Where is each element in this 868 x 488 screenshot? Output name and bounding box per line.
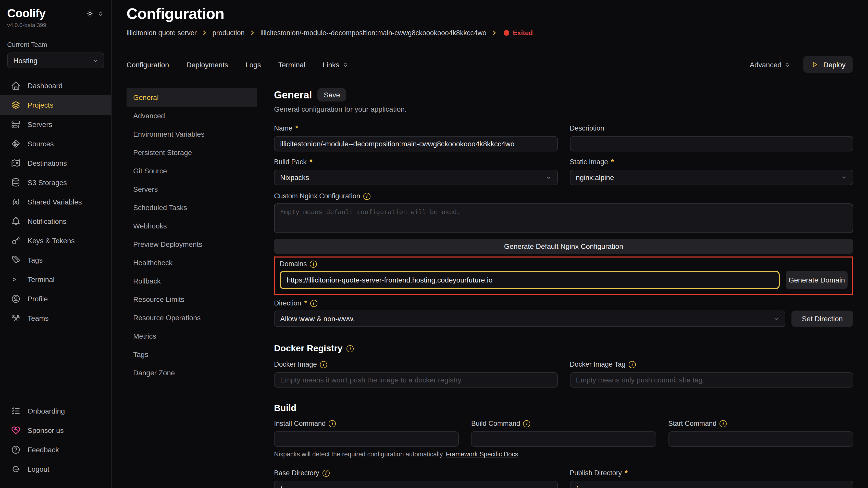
info-icon[interactable]: i — [363, 193, 370, 200]
chevron-down-icon — [545, 174, 552, 181]
direction-label: Direction * i — [274, 299, 853, 307]
info-icon[interactable]: i — [310, 300, 317, 307]
sidebar-item-label: Onboarding — [28, 407, 65, 415]
breadcrumb-application[interactable]: illicitestonion/-module--decomposition:m… — [260, 29, 486, 37]
sidebar-item-label: Shared Variables — [28, 198, 82, 206]
tab-links[interactable]: Links — [323, 60, 349, 69]
domains-input[interactable] — [280, 271, 780, 289]
breadcrumb-project[interactable]: illicitonion quote server — [127, 29, 197, 37]
sidebar-item-teams[interactable]: Teams — [0, 308, 111, 328]
subnav-environment-variables[interactable]: Environment Variables — [127, 125, 257, 143]
sidebar-item-projects[interactable]: Projects — [0, 95, 111, 115]
subnav-metrics[interactable]: Metrics — [127, 327, 257, 345]
custom-nginx-label: Custom Nginx Configuration i — [274, 192, 853, 200]
subnav-git-source[interactable]: Git Source — [127, 162, 257, 180]
direction-select[interactable]: Allow www & non-www. — [274, 311, 785, 327]
sidebar-item-label: Destinations — [28, 159, 67, 167]
sidebar-item-label: Projects — [28, 101, 53, 109]
build-pack-select[interactable]: Nixpacks — [274, 170, 557, 185]
generate-nginx-button[interactable]: Generate Default Nginx Configuration — [274, 239, 853, 254]
tab-logs[interactable]: Logs — [245, 60, 261, 69]
deploy-button[interactable]: Deploy — [803, 56, 853, 73]
section-subtitle: General configuration for your applicati… — [274, 105, 853, 113]
sidebar-item-notifications[interactable]: Notifications — [0, 212, 111, 231]
tab-terminal[interactable]: Terminal — [278, 60, 305, 69]
sidebar-item-tags[interactable]: Tags — [0, 250, 111, 270]
nixpacks-note: Nixpacks will detect the required config… — [274, 451, 853, 458]
home-icon — [11, 80, 21, 91]
docker-image-input[interactable] — [274, 372, 557, 388]
base-directory-input[interactable] — [274, 481, 557, 488]
framework-docs-link[interactable]: Framework Specific Docs — [446, 451, 518, 458]
subnav-tags[interactable]: Tags — [127, 345, 257, 364]
sidebar-item-label: Servers — [28, 120, 52, 129]
sidebar-item-feedback[interactable]: Feedback — [0, 440, 111, 459]
bell-icon — [11, 216, 21, 226]
subnav-rollback[interactable]: Rollback — [127, 272, 257, 290]
tab-links-label: Links — [323, 60, 339, 69]
tab-deployments[interactable]: Deployments — [187, 60, 228, 69]
subnav-resource-operations[interactable]: Resource Operations — [127, 308, 257, 327]
info-icon[interactable]: i — [310, 260, 317, 267]
sidebar-item-sponsor-us[interactable]: Sponsor us — [0, 421, 111, 440]
sidebar-item-sources[interactable]: Sources — [0, 134, 111, 154]
domains-label: Domains i — [280, 260, 847, 268]
team-select[interactable]: Hosting — [7, 53, 104, 68]
set-direction-button[interactable]: Set Direction — [792, 311, 853, 327]
subnav-persistent-storage[interactable]: Persistent Storage — [127, 143, 257, 162]
subnav-scheduled-tasks[interactable]: Scheduled Tasks — [127, 198, 257, 217]
info-icon[interactable]: i — [346, 345, 353, 352]
status-label: Exited — [513, 29, 533, 37]
subnav-danger-zone[interactable]: Danger Zone — [127, 364, 257, 382]
advanced-menu[interactable]: Advanced — [750, 60, 791, 69]
subnav-general[interactable]: General — [127, 88, 257, 106]
sidebar-item-profile[interactable]: Profile — [0, 289, 111, 308]
tab-configuration[interactable]: Configuration — [127, 60, 169, 69]
sidebar-item-destinations[interactable]: Destinations — [0, 154, 111, 173]
required-mark: * — [304, 299, 307, 307]
sidebar-item-label: Dashboard — [28, 82, 63, 90]
chevron-down-icon — [773, 315, 780, 322]
subnav-preview-deployments[interactable]: Preview Deployments — [127, 235, 257, 254]
sidebar-item-label: Feedback — [28, 446, 59, 454]
generate-domain-button[interactable]: Generate Domain — [786, 271, 847, 289]
save-button[interactable]: Save — [318, 88, 346, 101]
name-input[interactable] — [274, 136, 557, 152]
breadcrumb-environment[interactable]: production — [213, 29, 245, 37]
sidebar-item-logout[interactable]: Logout — [0, 459, 111, 479]
sidebar-item-terminal[interactable]: >_ Terminal — [0, 270, 111, 289]
subnav-servers[interactable]: Servers — [127, 180, 257, 198]
subnav-resource-limits[interactable]: Resource Limits — [127, 290, 257, 308]
required-mark: * — [611, 158, 614, 166]
info-icon[interactable]: i — [629, 361, 636, 368]
sidebar-item-keys-tokens[interactable]: Keys & Tokens — [0, 231, 111, 250]
static-image-select[interactable]: nginx:alpine — [570, 170, 853, 185]
sidebar: Coolify v4.0.0-beta.399 Current Team Hos… — [0, 0, 112, 488]
start-command-input[interactable] — [668, 431, 853, 447]
publish-directory-input[interactable] — [570, 481, 853, 488]
info-icon[interactable]: i — [320, 361, 327, 368]
info-icon[interactable]: i — [322, 469, 330, 477]
info-icon[interactable]: i — [523, 420, 530, 427]
sidebar-item-label: Profile — [28, 295, 48, 303]
sidebar-item-s3-storages[interactable]: S3 Storages — [0, 173, 111, 192]
sidebar-item-onboarding[interactable]: Onboarding — [0, 401, 111, 421]
sidebar-item-servers[interactable]: Servers — [0, 115, 111, 134]
build-command-input[interactable] — [471, 431, 656, 447]
docker-image-tag-input[interactable] — [570, 372, 853, 388]
users-group-icon — [11, 313, 21, 323]
sidebar-item-dashboard[interactable]: Dashboard — [0, 76, 111, 95]
sidebar-item-shared-variables[interactable]: (x) Shared Variables — [0, 192, 111, 212]
custom-nginx-textarea[interactable] — [274, 203, 853, 233]
info-icon[interactable]: i — [329, 420, 336, 427]
description-input[interactable] — [570, 136, 853, 152]
user-circle-icon — [11, 294, 21, 304]
theme-selector-icon[interactable] — [97, 10, 104, 17]
theme-toggle-sun-icon[interactable] — [86, 9, 94, 18]
subnav-webhooks[interactable]: Webhooks — [127, 217, 257, 235]
subnav-advanced[interactable]: Advanced — [127, 106, 257, 125]
install-command-input[interactable] — [274, 431, 459, 447]
page-title: Configuration — [127, 5, 853, 23]
subnav-healthcheck[interactable]: Healthcheck — [127, 254, 257, 272]
info-icon[interactable]: i — [719, 420, 727, 427]
